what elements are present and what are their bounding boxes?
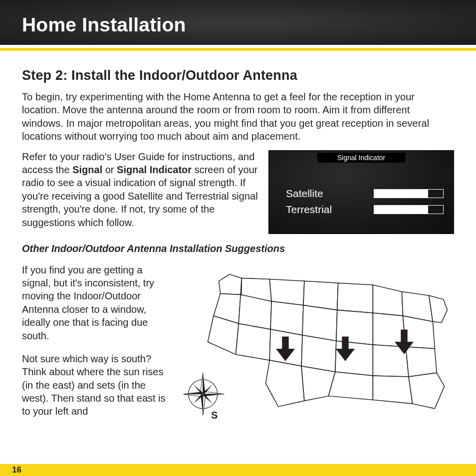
text-fragment: or <box>102 164 117 175</box>
signal-label-satellite: Satellite <box>286 188 323 200</box>
signal-bar <box>374 205 444 214</box>
signal-label-terrestrial: Terrestrial <box>286 204 332 216</box>
footer-accent-bar: 16 <box>0 464 476 476</box>
suggestion-paragraph-2: Not sure which way is south? Think about… <box>22 352 172 418</box>
bold-signal: Signal <box>72 164 102 175</box>
page-content: Step 2: Install the Indoor/Outdoor Anten… <box>0 51 476 428</box>
signal-bar-fill <box>374 190 428 198</box>
suggestion-paragraph-1: If you find you are getting a signal, bu… <box>22 263 172 342</box>
document-page: Home Installation Step 2: Install the In… <box>0 0 476 476</box>
signal-paragraph: Refer to your radio's User Guide for ins… <box>22 150 259 229</box>
signal-indicator-title: Signal Indicator <box>317 153 406 163</box>
suggestions-text: If you find you are getting a signal, bu… <box>22 263 172 418</box>
signal-bar-list: Satellite Terrestrial <box>286 186 444 218</box>
signal-bar-fill <box>374 206 428 214</box>
page-header: Home Installation <box>0 0 476 45</box>
page-number: 16 <box>12 465 21 475</box>
us-map-figure: S <box>184 263 454 428</box>
down-arrow-icon <box>331 334 359 362</box>
page-title: Home Installation <box>22 14 454 36</box>
suggestions-subheading: Other Indoor/Outdoor Antenna Installatio… <box>22 243 454 254</box>
signal-bar-row: Terrestrial <box>286 202 444 218</box>
step-heading: Step 2: Install the Indoor/Outdoor Anten… <box>22 68 454 83</box>
map-row: If you find you are getting a signal, bu… <box>22 263 454 428</box>
signal-indicator-figure: Signal Indicator Satellite Terrestrial <box>268 150 454 234</box>
signal-row: Refer to your radio's User Guide for ins… <box>22 150 454 234</box>
compass-south-label: S <box>211 410 218 421</box>
intro-paragraph: To begin, try experimenting with the Hom… <box>22 90 454 143</box>
compass-rose-icon <box>184 373 224 415</box>
signal-bar-row: Satellite <box>286 186 444 202</box>
down-arrow-icon <box>390 327 418 355</box>
bold-signal-indicator: Signal Indicator <box>117 164 192 175</box>
down-arrow-icon <box>271 334 299 362</box>
signal-bar <box>374 189 444 198</box>
